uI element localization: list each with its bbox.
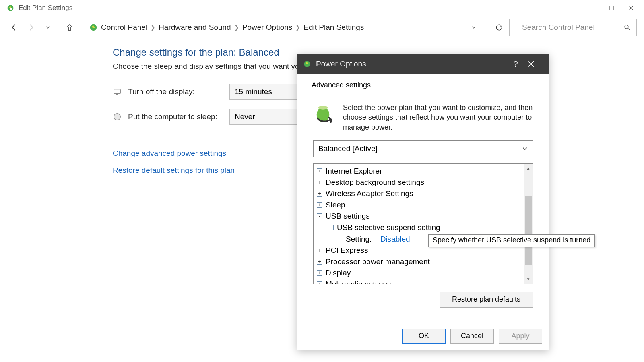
cancel-button[interactable]: Cancel	[450, 329, 494, 344]
expand-icon[interactable]: +	[317, 259, 322, 265]
back-button[interactable]	[7, 21, 21, 34]
close-button[interactable]	[621, 1, 641, 15]
svg-point-7	[625, 25, 628, 29]
display-icon	[113, 87, 122, 96]
collapse-icon[interactable]: -	[317, 213, 322, 219]
tab-advanced-settings[interactable]: Advanced settings	[303, 77, 379, 93]
app-icon	[6, 4, 14, 12]
tree-item-display[interactable]: +Display	[317, 267, 529, 279]
dialog-footer: OK Cancel Apply	[297, 323, 549, 350]
chevron-down-icon	[522, 146, 528, 151]
restore-plan-defaults-button[interactable]: Restore plan defaults	[440, 292, 533, 308]
power-battery-icon	[313, 103, 336, 125]
sleep-icon	[113, 112, 122, 121]
expand-icon[interactable]: +	[317, 168, 322, 174]
svg-rect-3	[610, 6, 614, 10]
expand-icon[interactable]: +	[317, 191, 322, 197]
tree-item-internet-explorer[interactable]: +Internet Explorer	[317, 165, 529, 177]
dialog-icon	[303, 60, 311, 68]
tooltip: Specify whether USB selective suspend is…	[428, 234, 595, 247]
svg-point-11	[114, 114, 121, 120]
up-button[interactable]	[63, 21, 76, 34]
plan-selected-value: Balanced [Active]	[318, 144, 378, 153]
display-off-select[interactable]: 15 minutes	[229, 84, 306, 100]
breadcrumb-control-panel[interactable]: Control Panel	[101, 23, 147, 32]
apply-button: Apply	[499, 329, 542, 344]
tree-item-sleep[interactable]: +Sleep	[317, 199, 529, 211]
setting-label: Put the computer to sleep:	[128, 112, 223, 121]
expand-icon[interactable]: +	[317, 180, 322, 185]
minimize-button[interactable]	[583, 1, 602, 15]
expand-icon[interactable]: +	[317, 248, 322, 253]
chevron-right-icon[interactable]: ❯	[295, 24, 300, 31]
recent-dropdown[interactable]	[41, 21, 55, 34]
dialog-help-button[interactable]: ?	[508, 60, 523, 69]
window-titlebar: Edit Plan Settings	[0, 0, 644, 16]
search-placeholder: Search Control Panel	[522, 23, 595, 32]
expand-icon[interactable]: +	[317, 281, 322, 284]
dialog-title: Power Options	[316, 60, 504, 68]
dialog-intro-text: Select the power plan that you want to c…	[343, 103, 533, 132]
dialog-close-button[interactable]	[528, 61, 544, 67]
tree-scrollbar[interactable]: ▲ ▼	[524, 164, 533, 284]
tree-item-desktop-background[interactable]: +Desktop background settings	[317, 177, 529, 188]
collapse-icon[interactable]: -	[328, 225, 334, 230]
breadcrumb-hardware-sound[interactable]: Hardware and Sound	[159, 23, 231, 32]
power-options-dialog: Power Options ? Advanced settings Select…	[297, 54, 549, 350]
forward-button	[24, 21, 38, 34]
svg-rect-10	[116, 94, 118, 95]
chevron-right-icon[interactable]: ❯	[234, 24, 239, 31]
nav-toolbar: Control Panel ❯ Hardware and Sound ❯ Pow…	[0, 16, 644, 39]
search-icon[interactable]	[623, 24, 631, 31]
expand-icon[interactable]: +	[317, 270, 322, 276]
usb-setting-value-link[interactable]: Disabled	[380, 234, 410, 245]
dialog-titlebar[interactable]: Power Options ?	[297, 54, 549, 74]
svg-rect-9	[114, 89, 121, 94]
search-input[interactable]: Search Control Panel	[516, 19, 637, 36]
scroll-up-button[interactable]: ▲	[524, 164, 533, 173]
ok-button[interactable]: OK	[402, 329, 446, 344]
power-plan-select[interactable]: Balanced [Active]	[313, 140, 533, 157]
tree-item-processor-power[interactable]: +Processor power management	[317, 256, 529, 267]
scroll-thumb[interactable]	[525, 196, 532, 265]
address-bar[interactable]: Control Panel ❯ Hardware and Sound ❯ Pow…	[85, 19, 483, 36]
svg-line-8	[628, 28, 630, 30]
chevron-right-icon[interactable]: ❯	[151, 24, 155, 31]
expand-icon[interactable]: +	[317, 202, 322, 208]
sleep-select[interactable]: Never	[229, 109, 306, 125]
address-dropdown[interactable]	[469, 25, 479, 30]
breadcrumb-power-options[interactable]: Power Options	[242, 23, 293, 32]
refresh-button[interactable]	[489, 19, 510, 36]
svg-point-16	[318, 106, 328, 110]
settings-tree-container: +Internet Explorer +Desktop background s…	[313, 163, 533, 284]
setting-label: Turn off the display:	[128, 87, 223, 96]
tree-item-usb-selective-suspend[interactable]: -USB selective suspend setting	[317, 222, 529, 233]
tree-item-multimedia[interactable]: +Multimedia settings	[317, 279, 529, 284]
tree-item-wireless-adapter[interactable]: +Wireless Adapter Settings	[317, 188, 529, 199]
svg-point-1	[10, 8, 12, 10]
breadcrumb-edit-plan-settings[interactable]: Edit Plan Settings	[303, 23, 364, 32]
maximize-button[interactable]	[602, 1, 621, 15]
address-icon	[89, 23, 98, 32]
window-title: Edit Plan Settings	[19, 4, 72, 12]
tree-item-usb-settings[interactable]: -USB settings	[317, 211, 529, 222]
scroll-down-button[interactable]: ▼	[524, 275, 533, 284]
